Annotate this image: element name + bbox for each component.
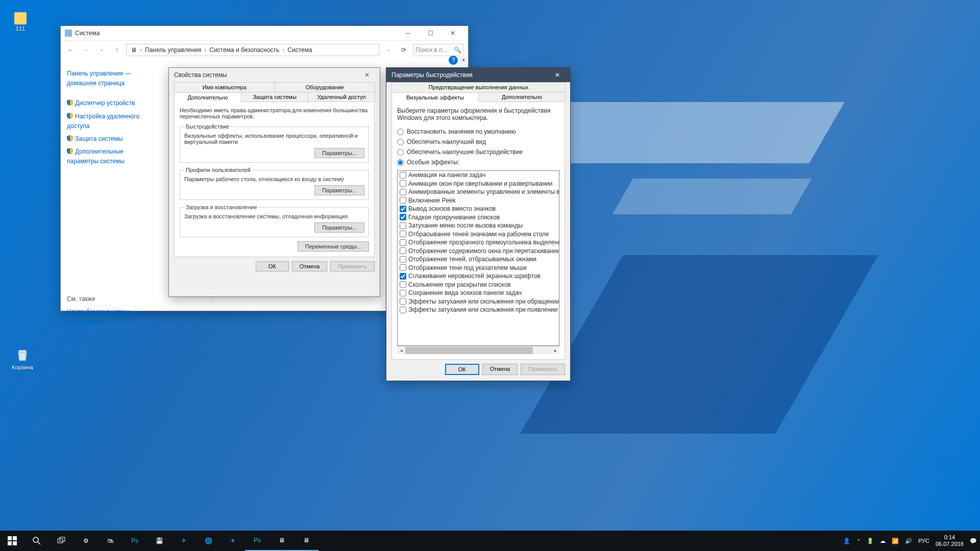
effect-item[interactable]: Затухание меню после вызова команды — [398, 221, 559, 230]
effect-checkbox[interactable] — [400, 298, 406, 305]
sidebar-home[interactable]: Панель управления — домашняя страница — [67, 69, 157, 88]
breadcrumb[interactable]: 🖥 › Панель управления › Система и безопа… — [126, 44, 379, 56]
effect-item[interactable]: Сглаживание неровностей экранных шрифтов — [398, 272, 559, 281]
radio-best-performance[interactable]: Обеспечить наилучшее быстродействие — [397, 148, 559, 156]
language-indicator[interactable]: РУС — [915, 531, 933, 551]
clock[interactable]: 0:14 06.07.2018 — [933, 531, 967, 551]
apply-button[interactable]: Применить — [330, 261, 375, 271]
effect-item[interactable]: Отображение прозрачного прямоугольника в… — [398, 238, 559, 247]
effect-checkbox[interactable] — [400, 180, 406, 187]
effect-checkbox[interactable] — [400, 307, 406, 313]
effect-checkbox[interactable] — [400, 247, 406, 254]
system-props-task[interactable]: 🖥 — [294, 531, 318, 551]
telegram2-button[interactable]: ✈ — [220, 531, 245, 551]
cancel-button[interactable]: Отмена — [482, 364, 518, 375]
tab-computer-name[interactable]: Имя компьютера — [174, 82, 275, 92]
effect-checkbox[interactable] — [400, 189, 406, 195]
action-center-button[interactable]: 💬 — [967, 531, 980, 551]
battery-icon[interactable]: 🔋 — [864, 531, 877, 551]
tab-visual-effects[interactable]: Визуальные эффекты — [391, 92, 479, 102]
sidebar-item-protection[interactable]: Защита системы — [67, 134, 157, 144]
recent-dropdown[interactable]: ⌄ — [95, 44, 108, 56]
effect-item[interactable]: Анимация на панели задач — [398, 171, 559, 180]
titlebar-perf[interactable]: Параметры быстродействия ✕ — [386, 68, 570, 82]
bc-lvl3[interactable]: Система — [285, 46, 314, 54]
close-button[interactable]: ✕ — [442, 26, 464, 40]
radio-restore-defaults[interactable]: Восстановить значения по умолчанию — [397, 128, 559, 135]
effect-checkbox[interactable] — [400, 290, 406, 296]
scroll-left[interactable]: ◂ — [397, 346, 405, 355]
back-button[interactable]: ← — [65, 44, 77, 56]
effect-checkbox[interactable] — [400, 214, 406, 220]
start-button[interactable] — [0, 531, 24, 551]
effect-item[interactable]: Вывод эскизов вместо значков — [398, 205, 559, 213]
effect-item[interactable]: Отображение содержимого окна при перетас… — [398, 247, 559, 256]
profiles-settings-button[interactable]: Параметры... — [314, 185, 364, 195]
close-button[interactable]: ✕ — [550, 68, 565, 82]
effect-item[interactable]: Эффекты затухания или скольжения при поя… — [398, 306, 559, 314]
forward-button[interactable]: → — [80, 44, 92, 56]
effect-item[interactable]: Отображение тени под указателем мыши — [398, 264, 559, 272]
tab-hardware[interactable]: Оборудование — [275, 82, 376, 92]
effect-checkbox[interactable] — [400, 206, 406, 212]
effect-checkbox[interactable] — [400, 256, 406, 263]
effect-checkbox[interactable] — [400, 273, 406, 280]
file-app-button[interactable]: 💾 — [147, 531, 172, 551]
tab-advanced[interactable]: Дополнительно — [174, 92, 241, 102]
ok-button[interactable]: ОК — [256, 261, 289, 271]
up-button[interactable]: ↑ — [111, 44, 123, 56]
photoshop-button[interactable]: Ps — [122, 531, 147, 551]
effect-item[interactable]: Анимация окон при свертывании и разверты… — [398, 180, 559, 188]
ok-button[interactable]: ОК — [445, 364, 479, 375]
env-vars-button[interactable]: Переменные среды... — [298, 241, 369, 252]
search-button[interactable] — [24, 531, 49, 551]
effect-checkbox[interactable] — [400, 264, 406, 271]
effect-item[interactable]: Отбрасывание теней значками на рабочем с… — [398, 230, 559, 239]
effect-item[interactable]: Эффекты затухания или скольжения при обр… — [398, 297, 559, 306]
tab-remote[interactable]: Удаленный доступ — [308, 92, 375, 102]
effect-item[interactable]: Сохранение вида эскизов панели задач — [398, 289, 559, 297]
minimize-button[interactable]: ─ — [397, 26, 419, 40]
chrome-button[interactable]: 🌐 — [196, 531, 220, 551]
photoshop-active-button[interactable]: Ps — [245, 531, 270, 551]
maximize-button[interactable]: ☐ — [419, 26, 442, 40]
sidebar-item-remote[interactable]: Настройка удаленного доступа — [67, 112, 157, 131]
bc-lvl2[interactable]: Система и безопасность — [207, 46, 281, 54]
onedrive-icon[interactable]: ☁ — [877, 531, 889, 551]
bc-root[interactable]: Панель управления — [143, 46, 203, 54]
cancel-button[interactable]: Отмена — [292, 261, 327, 271]
effect-item[interactable]: Гладкое прокручивание списков — [398, 213, 559, 222]
seealso-security[interactable]: Центр безопасности и обслуживания — [67, 307, 157, 327]
scrollbar-up[interactable]: ▴ — [460, 56, 467, 63]
radio-custom[interactable]: Особые эффекты: — [397, 159, 559, 166]
help-button[interactable]: ? — [449, 56, 458, 65]
effect-checkbox[interactable] — [400, 222, 406, 229]
search-input[interactable]: Поиск в п... 🔍 — [413, 44, 464, 56]
perf-settings-button[interactable]: Параметры... — [314, 148, 364, 158]
desktop-folder-111[interactable]: 111 — [5, 10, 36, 34]
radio-best-appearance[interactable]: Обеспечить наилучший вид — [397, 138, 559, 145]
effect-checkbox[interactable] — [400, 239, 406, 246]
tray-chevron-up[interactable]: ⌃ — [853, 531, 864, 551]
close-button[interactable]: ✕ — [359, 68, 375, 82]
people-icon[interactable]: 👤 — [840, 531, 853, 551]
effect-checkbox[interactable] — [400, 231, 406, 237]
effect-item[interactable]: Скольжение при раскрытии списков — [398, 281, 559, 289]
effects-listbox[interactable]: Анимация на панели задачАнимация окон пр… — [397, 170, 559, 346]
wifi-icon[interactable]: 📶 — [889, 531, 902, 551]
effect-item[interactable]: Отображение теней, отбрасываемых окнами — [398, 255, 559, 264]
scroll-thumb[interactable] — [405, 347, 533, 354]
store-app-button[interactable]: 🛍 — [98, 531, 122, 551]
scroll-right[interactable]: ▸ — [551, 346, 559, 355]
desktop-recycle-bin[interactable]: Корзина — [7, 347, 38, 370]
titlebar-system[interactable]: Система ─ ☐ ✕ — [61, 26, 468, 40]
effect-item[interactable]: Анимированные элементы управления и элем… — [398, 188, 559, 196]
volume-icon[interactable]: 🔊 — [902, 531, 915, 551]
effect-item[interactable]: Включение Peek — [398, 196, 559, 205]
sidebar-item-device-manager[interactable]: Диспетчер устройств — [67, 98, 157, 108]
telegram-button[interactable]: ✈ — [172, 531, 196, 551]
tab-protection[interactable]: Защита системы — [241, 92, 308, 102]
control-panel-task[interactable]: 🖥 — [270, 531, 294, 551]
effect-checkbox[interactable] — [400, 281, 406, 288]
titlebar-props[interactable]: Свойства системы ✕ — [169, 68, 380, 82]
